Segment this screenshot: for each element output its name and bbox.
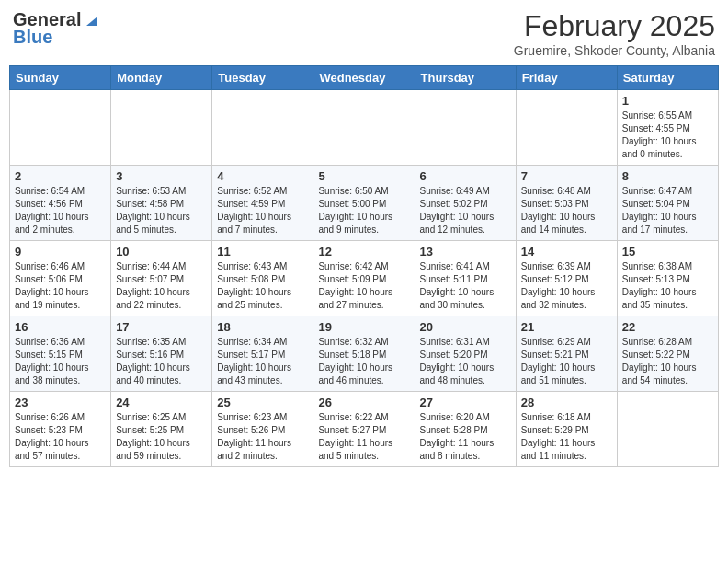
calendar-cell-3-6: 22Sunrise: 6:28 AM Sunset: 5:22 PM Dayli… [617,316,718,392]
calendar-cell-0-6: 1Sunrise: 6:55 AM Sunset: 4:55 PM Daylig… [617,90,718,166]
day-number: 11 [217,245,308,259]
day-number: 13 [420,245,511,259]
day-info: Sunrise: 6:52 AM Sunset: 4:59 PM Dayligh… [217,185,308,236]
day-info: Sunrise: 6:38 AM Sunset: 5:13 PM Dayligh… [622,260,713,312]
day-number: 27 [420,396,511,409]
calendar-cell-0-3 [313,90,415,166]
logo-icon [83,11,101,29]
day-number: 6 [420,169,511,183]
day-number: 16 [15,320,106,334]
week-row-4: 16Sunrise: 6:36 AM Sunset: 5:15 PM Dayli… [10,316,719,392]
day-number: 10 [116,245,207,259]
title-block: February 2025 Gruemire, Shkoder County, … [514,9,715,58]
week-row-2: 2Sunrise: 6:54 AM Sunset: 4:56 PM Daylig… [10,166,719,241]
day-number: 23 [15,396,106,409]
calendar-cell-3-0: 16Sunrise: 6:36 AM Sunset: 5:15 PM Dayli… [10,316,111,392]
day-number: 19 [318,320,409,334]
calendar-table: Sunday Monday Tuesday Wednesday Thursday… [9,65,719,467]
page-header: General Blue February 2025 Gruemire, Shk… [9,9,719,58]
week-row-5: 23Sunrise: 6:26 AM Sunset: 5:23 PM Dayli… [10,392,719,467]
calendar-cell-3-4: 20Sunrise: 6:31 AM Sunset: 5:20 PM Dayli… [415,316,516,392]
day-number: 3 [116,169,207,183]
day-number: 14 [521,245,612,259]
calendar-cell-3-3: 19Sunrise: 6:32 AM Sunset: 5:18 PM Dayli… [313,316,415,392]
calendar-cell-4-6 [617,392,718,467]
day-info: Sunrise: 6:47 AM Sunset: 5:04 PM Dayligh… [622,185,713,236]
calendar-cell-2-3: 12Sunrise: 6:42 AM Sunset: 5:09 PM Dayli… [313,241,415,316]
calendar-cell-3-2: 18Sunrise: 6:34 AM Sunset: 5:17 PM Dayli… [212,316,313,392]
day-number: 9 [15,245,106,259]
day-number: 15 [622,245,713,259]
month-year: February 2025 [514,9,715,43]
header-row: Sunday Monday Tuesday Wednesday Thursday… [10,66,719,90]
location: Gruemire, Shkoder County, Albania [514,43,715,58]
day-info: Sunrise: 6:41 AM Sunset: 5:11 PM Dayligh… [420,260,511,312]
calendar-cell-2-4: 13Sunrise: 6:41 AM Sunset: 5:11 PM Dayli… [415,241,516,316]
week-row-3: 9Sunrise: 6:46 AM Sunset: 5:06 PM Daylig… [10,241,719,316]
calendar-cell-3-5: 21Sunrise: 6:29 AM Sunset: 5:21 PM Dayli… [516,316,617,392]
calendar-cell-2-2: 11Sunrise: 6:43 AM Sunset: 5:08 PM Dayli… [212,241,313,316]
day-info: Sunrise: 6:46 AM Sunset: 5:06 PM Dayligh… [15,260,106,312]
calendar-cell-1-4: 6Sunrise: 6:49 AM Sunset: 5:02 PM Daylig… [415,166,516,241]
calendar-cell-0-4 [415,90,516,166]
calendar-cell-1-5: 7Sunrise: 6:48 AM Sunset: 5:03 PM Daylig… [516,166,617,241]
day-info: Sunrise: 6:23 AM Sunset: 5:26 PM Dayligh… [217,411,308,463]
col-wednesday: Wednesday [313,66,415,90]
calendar-cell-1-2: 4Sunrise: 6:52 AM Sunset: 4:59 PM Daylig… [212,166,313,241]
col-thursday: Thursday [415,66,516,90]
day-info: Sunrise: 6:28 AM Sunset: 5:22 PM Dayligh… [622,336,713,387]
col-sunday: Sunday [10,66,111,90]
day-number: 28 [521,396,612,409]
day-info: Sunrise: 6:18 AM Sunset: 5:29 PM Dayligh… [521,411,612,463]
day-number: 17 [116,320,207,334]
day-info: Sunrise: 6:44 AM Sunset: 5:07 PM Dayligh… [116,260,207,312]
col-monday: Monday [111,66,212,90]
calendar-cell-1-1: 3Sunrise: 6:53 AM Sunset: 4:58 PM Daylig… [111,166,212,241]
calendar-cell-2-1: 10Sunrise: 6:44 AM Sunset: 5:07 PM Dayli… [111,241,212,316]
day-info: Sunrise: 6:55 AM Sunset: 4:55 PM Dayligh… [622,109,713,161]
day-number: 26 [318,396,409,409]
day-number: 8 [622,169,713,183]
day-number: 24 [116,396,207,409]
day-number: 1 [622,94,713,108]
day-number: 2 [15,169,106,183]
calendar-cell-1-6: 8Sunrise: 6:47 AM Sunset: 5:04 PM Daylig… [617,166,718,241]
calendar-cell-4-1: 24Sunrise: 6:25 AM Sunset: 5:25 PM Dayli… [111,392,212,467]
calendar-cell-2-0: 9Sunrise: 6:46 AM Sunset: 5:06 PM Daylig… [10,241,111,316]
day-info: Sunrise: 6:29 AM Sunset: 5:21 PM Dayligh… [521,336,612,387]
day-number: 12 [318,245,409,259]
logo-blue-text: Blue [13,27,52,48]
svg-marker-0 [86,17,97,26]
calendar-cell-0-2 [212,90,313,166]
day-info: Sunrise: 6:49 AM Sunset: 5:02 PM Dayligh… [420,185,511,236]
day-info: Sunrise: 6:42 AM Sunset: 5:09 PM Dayligh… [318,260,409,312]
day-number: 21 [521,320,612,334]
day-number: 20 [420,320,511,334]
day-info: Sunrise: 6:34 AM Sunset: 5:17 PM Dayligh… [217,336,308,387]
day-number: 18 [217,320,308,334]
day-number: 4 [217,169,308,183]
day-number: 22 [622,320,713,334]
calendar-cell-4-2: 25Sunrise: 6:23 AM Sunset: 5:26 PM Dayli… [212,392,313,467]
day-info: Sunrise: 6:26 AM Sunset: 5:23 PM Dayligh… [15,411,106,463]
calendar-cell-0-5 [516,90,617,166]
calendar-cell-0-0 [10,90,111,166]
day-info: Sunrise: 6:32 AM Sunset: 5:18 PM Dayligh… [318,336,409,387]
calendar-cell-4-4: 27Sunrise: 6:20 AM Sunset: 5:28 PM Dayli… [415,392,516,467]
day-info: Sunrise: 6:48 AM Sunset: 5:03 PM Dayligh… [521,185,612,236]
calendar-cell-2-5: 14Sunrise: 6:39 AM Sunset: 5:12 PM Dayli… [516,241,617,316]
calendar-cell-2-6: 15Sunrise: 6:38 AM Sunset: 5:13 PM Dayli… [617,241,718,316]
day-info: Sunrise: 6:31 AM Sunset: 5:20 PM Dayligh… [420,336,511,387]
day-info: Sunrise: 6:53 AM Sunset: 4:58 PM Dayligh… [116,185,207,236]
day-info: Sunrise: 6:39 AM Sunset: 5:12 PM Dayligh… [521,260,612,312]
calendar-cell-1-0: 2Sunrise: 6:54 AM Sunset: 4:56 PM Daylig… [10,166,111,241]
logo: General Blue [13,9,101,48]
day-info: Sunrise: 6:54 AM Sunset: 4:56 PM Dayligh… [15,185,106,236]
calendar-cell-1-3: 5Sunrise: 6:50 AM Sunset: 5:00 PM Daylig… [313,166,415,241]
calendar-cell-3-1: 17Sunrise: 6:35 AM Sunset: 5:16 PM Dayli… [111,316,212,392]
col-friday: Friday [516,66,617,90]
calendar-cell-4-0: 23Sunrise: 6:26 AM Sunset: 5:23 PM Dayli… [10,392,111,467]
calendar-cell-4-5: 28Sunrise: 6:18 AM Sunset: 5:29 PM Dayli… [516,392,617,467]
day-number: 5 [318,169,409,183]
calendar-cell-0-1 [111,90,212,166]
